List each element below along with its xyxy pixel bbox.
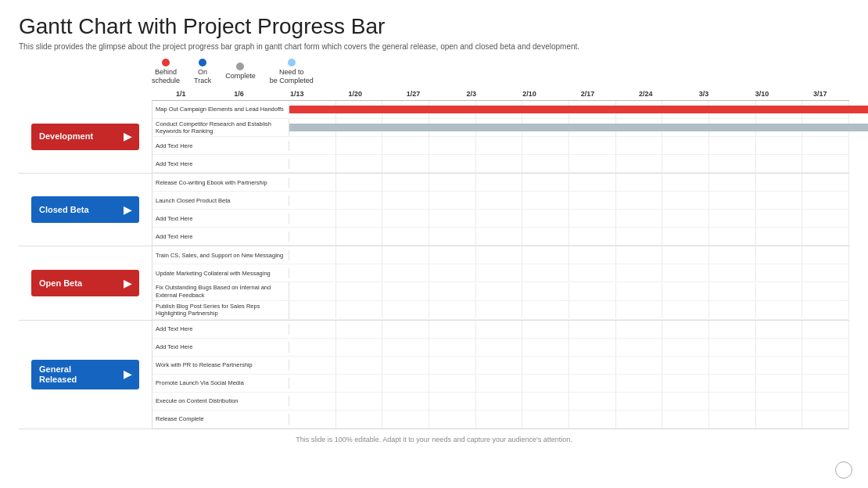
row-track: [289, 411, 849, 428]
need-completed-dot: [288, 59, 296, 66]
section-label-open-beta: Open Beta: [39, 278, 82, 289]
row-track: [289, 174, 849, 191]
table-row: Add Text Here: [152, 321, 849, 339]
timeline-header: 1/11/61/131/201/272/32/102/172/243/33/10…: [152, 90, 849, 101]
section-badge-col-closed-beta: Closed Beta▶: [19, 174, 152, 246]
table-row: Fix Outstanding Bugs Based on Internal a…: [152, 282, 849, 301]
timeline-col: 2/10: [500, 90, 558, 98]
table-row: Launch Closed Product Beta: [152, 192, 849, 210]
footer-note: This slide is 100% editable. Adapt it to…: [19, 436, 849, 443]
table-row: Work with PR to Release Partnership: [152, 357, 849, 375]
row-track: [289, 264, 849, 282]
complete-label: Complete: [225, 72, 256, 81]
section-label-closed-beta: Closed Beta: [39, 205, 89, 215]
row-track: [289, 357, 849, 374]
row-track: [289, 137, 849, 154]
table-row: Train CS, Sales, and Support on New Mess…: [152, 246, 849, 264]
table-row: Conduct Competitor Research and Establis…: [152, 119, 849, 138]
timeline-col: 3/3: [675, 90, 733, 98]
timeline-col: 1/13: [268, 90, 326, 98]
row-label: Add Text Here: [152, 342, 289, 352]
section-label-development: Development: [39, 131, 93, 142]
row-label: Promote Launch Via Social Media: [152, 378, 289, 388]
timeline-col: 3/10: [733, 90, 791, 98]
row-label: Add Text Here: [152, 214, 289, 224]
section-badge-open-beta: Open Beta▶: [31, 270, 139, 296]
slide: Gantt Chart with Project Progress Bar Th…: [0, 0, 868, 488]
row-label: Release Co-writing Ebook with Partnershi…: [152, 178, 289, 188]
row-label: Execute on Content Distribution: [152, 396, 289, 406]
need-completed-label: Need tobe Completed: [270, 68, 314, 85]
timeline-col: 1/1: [152, 90, 210, 98]
section-arrow-development: ▶: [124, 131, 131, 142]
row-label: Fix Outstanding Bugs Based on Internal a…: [152, 282, 289, 300]
table-row: Add Text Here: [152, 137, 849, 155]
timeline-col: 1/6: [210, 90, 267, 98]
row-label: Add Text Here: [152, 324, 289, 334]
legend: Behindschedule OnTrack Complete Need tob…: [19, 59, 849, 85]
table-row: Release Co-writing Ebook with Partnershi…: [152, 174, 849, 192]
behind-dot: [162, 59, 170, 66]
row-track: [289, 192, 849, 209]
sections-container: Development▶Map Out Campaign Elements an…: [19, 101, 849, 429]
section-arrow-general-released: ▶: [124, 368, 131, 380]
row-label: Launch Closed Product Beta: [152, 196, 289, 206]
subtitle: This slide provides the glimpse about th…: [19, 42, 849, 51]
row-label: Release Complete: [152, 414, 289, 424]
timeline-col: 2/3: [443, 90, 500, 98]
timeline-col: 1/27: [384, 90, 442, 98]
on-track-dot: [199, 59, 206, 66]
row-track: [289, 246, 849, 264]
section-badge-development: Development▶: [31, 124, 139, 150]
section-development: Development▶Map Out Campaign Elements an…: [19, 101, 849, 174]
row-label: Update Marketing Collateral with Messagi…: [152, 268, 289, 278]
legend-behind: Behindschedule: [152, 59, 180, 85]
table-row: Promote Launch Via Social Media: [152, 375, 849, 393]
section-open-beta: Open Beta▶Train CS, Sales, and Support o…: [19, 246, 849, 321]
table-row: Add Text Here: [152, 228, 849, 246]
section-general-released: General Released▶Add Text HereAdd Text H…: [19, 321, 849, 429]
legend-complete: Complete: [225, 63, 256, 81]
row-track: [289, 301, 849, 318]
section-label-general-released: General Released: [39, 364, 77, 385]
row-label: Work with PR to Release Partnership: [152, 360, 289, 370]
row-track: [289, 210, 849, 227]
row-track: [289, 375, 849, 392]
table-row: Publish Blog Post Series for Sales Reps …: [152, 301, 849, 320]
row-track: [289, 228, 849, 245]
timeline-col: 3/17: [791, 90, 849, 98]
row-label: Publish Blog Post Series for Sales Reps …: [152, 301, 289, 319]
section-closed-beta: Closed Beta▶Release Co-writing Ebook wit…: [19, 174, 849, 246]
table-row: Update Marketing Collateral with Messagi…: [152, 264, 849, 282]
row-track: [289, 283, 849, 300]
row-track: [289, 101, 849, 118]
gantt-bar: [289, 106, 868, 113]
row-track: [289, 155, 849, 172]
on-track-label: OnTrack: [194, 68, 211, 85]
row-track: [289, 119, 849, 136]
footer-circle: [835, 461, 852, 479]
timeline-col: 2/24: [617, 90, 675, 98]
row-track: [289, 321, 849, 338]
complete-dot: [236, 63, 244, 70]
section-arrow-closed-beta: ▶: [124, 204, 131, 216]
row-track: [289, 393, 849, 410]
table-row: Map Out Campaign Elements and Lead Hando…: [152, 101, 849, 119]
legend-on-track: OnTrack: [194, 59, 211, 85]
row-label: Conduct Competitor Research and Establis…: [152, 119, 289, 137]
gantt-bar: [289, 124, 868, 131]
section-badge-col-open-beta: Open Beta▶: [19, 246, 152, 320]
row-label: Add Text Here: [152, 159, 289, 169]
section-badge-col-development: Development▶: [19, 101, 152, 174]
section-badge-col-general-released: General Released▶: [19, 321, 152, 429]
section-rows-development: Map Out Campaign Elements and Lead Hando…: [152, 101, 849, 174]
table-row: Release Complete: [152, 411, 849, 429]
timeline-col: 1/20: [326, 90, 384, 98]
table-row: Add Text Here: [152, 339, 849, 357]
timeline-col: 2/17: [558, 90, 616, 98]
row-track: [289, 339, 849, 356]
section-rows-closed-beta: Release Co-writing Ebook with Partnershi…: [152, 174, 849, 246]
row-label: Map Out Campaign Elements and Lead Hando…: [152, 104, 289, 114]
legend-need-completed: Need tobe Completed: [270, 59, 314, 85]
page-title: Gantt Chart with Project Progress Bar: [19, 14, 849, 39]
